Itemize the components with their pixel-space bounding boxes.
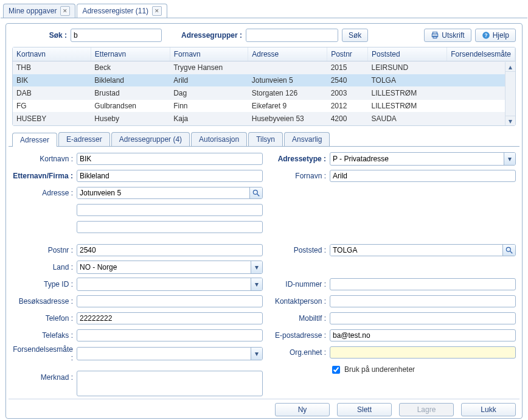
- land-label: Land :: [12, 263, 77, 271]
- adresse1-input[interactable]: [77, 187, 249, 198]
- tab-label: Mine oppgaver: [9, 7, 57, 15]
- adresse1-field[interactable]: [77, 187, 263, 199]
- table-row[interactable]: FG Gulbrandsen Finn Eikefaret 9 2012 LIL…: [13, 100, 515, 113]
- ny-button[interactable]: Ny: [275, 403, 330, 416]
- poststed-field[interactable]: [330, 244, 516, 256]
- main-panel: Søk : Adressegrupper : ▾ Søk Utskrift ? …: [5, 23, 523, 419]
- column-header[interactable]: Forsendelsesmåte: [447, 47, 515, 61]
- typeid-input[interactable]: [77, 279, 251, 290]
- slett-button[interactable]: Slett: [337, 403, 392, 416]
- printer-icon: [431, 31, 439, 40]
- top-tab-mine-oppgaver[interactable]: Mine oppgaver ✕: [3, 4, 75, 18]
- table-row[interactable]: THB Beck Trygve Hansen 2015 LEIRSUND: [13, 61, 515, 74]
- besok-field[interactable]: [77, 295, 263, 307]
- adresstype-input[interactable]: [330, 153, 504, 164]
- column-header[interactable]: Kortnavn: [13, 47, 91, 61]
- tab-tilsyn[interactable]: Tilsyn: [248, 132, 283, 146]
- svg-point-5: [253, 190, 257, 194]
- forsend-select[interactable]: ▾: [77, 347, 263, 360]
- top-tab-adresseregister[interactable]: Adresseregister (11) ✕: [77, 4, 167, 18]
- tab-adresser[interactable]: Adresser: [12, 133, 57, 147]
- kortnavn-field[interactable]: [77, 153, 263, 165]
- chevron-down-icon[interactable]: ▾: [251, 261, 262, 273]
- help-icon: ?: [482, 31, 490, 40]
- etternavn-field[interactable]: [77, 170, 263, 182]
- land-select[interactable]: ▾: [77, 261, 263, 274]
- table-row[interactable]: DAB Brustad Dag Storgaten 126 2003 LILLE…: [13, 87, 515, 100]
- postnr-field[interactable]: [77, 244, 263, 256]
- orgenhet-field[interactable]: [330, 346, 516, 359]
- merknad-label: Merknad :: [12, 371, 77, 382]
- fornavn-field[interactable]: [330, 170, 516, 182]
- forsend-input[interactable]: [77, 348, 251, 359]
- svg-line-6: [257, 194, 260, 197]
- group-select[interactable]: ▾: [246, 29, 338, 42]
- epost-label: E-postadresse :: [265, 331, 330, 340]
- chevron-down-icon[interactable]: ▾: [251, 278, 262, 290]
- scroll-down-icon[interactable]: ▾: [505, 116, 515, 125]
- tab-adressegrupper[interactable]: Adressegrupper (4): [111, 132, 190, 146]
- kontakt-label: Kontaktperson :: [265, 297, 330, 306]
- poststed-input[interactable]: [330, 245, 502, 256]
- telefon-field[interactable]: [77, 312, 263, 324]
- adresse3-field[interactable]: [77, 221, 263, 233]
- form-left-column: Kortnavn : Etternavn/Firma : Adresse :: [12, 152, 263, 396]
- column-header[interactable]: Fornavn: [170, 47, 248, 61]
- app-window: Mine oppgaver ✕ Adresseregister (11) ✕ S…: [0, 0, 528, 420]
- svg-line-8: [510, 251, 513, 254]
- close-icon[interactable]: ✕: [60, 6, 70, 16]
- underenhet-checkbox[interactable]: [332, 366, 340, 374]
- print-button[interactable]: Utskrift: [424, 29, 471, 42]
- lukk-button[interactable]: Lukk: [461, 403, 516, 416]
- detail-tab-bar: Adresser E-adresser Adressegrupper (4) A…: [9, 128, 519, 147]
- column-header[interactable]: Etternavn: [91, 47, 170, 61]
- search-button[interactable]: Søk: [342, 29, 368, 42]
- mobil-label: Mobiltlf :: [265, 314, 330, 323]
- svg-rect-2: [433, 36, 437, 38]
- kontakt-field[interactable]: [330, 295, 516, 307]
- land-input[interactable]: [77, 262, 251, 273]
- search-bar: Søk : Adressegrupper : ▾ Søk Utskrift ? …: [9, 26, 519, 44]
- header-row: Kortnavn Etternavn Fornavn Adresse Postn…: [13, 47, 515, 61]
- column-header[interactable]: Poststed: [367, 47, 446, 61]
- detail-form: Kortnavn : Etternavn/Firma : Adresse :: [9, 147, 519, 399]
- search-input[interactable]: [71, 29, 162, 42]
- top-tab-bar: Mine oppgaver ✕ Adresseregister (11) ✕: [1, 1, 527, 18]
- chevron-down-icon[interactable]: ▾: [504, 153, 515, 165]
- telefon-label: Telefon :: [12, 314, 77, 323]
- help-button[interactable]: ? Hjelp: [475, 29, 516, 42]
- tab-eadresser[interactable]: E-adresser: [58, 132, 110, 146]
- close-icon[interactable]: ✕: [152, 6, 162, 16]
- orgenhet-label: Org.enhet :: [265, 348, 330, 357]
- table-row[interactable]: HUSEBY Huseby Kaja Husebyveien 53 4200 S…: [13, 113, 515, 125]
- form-right-column: Adressetype : ▾ Fornavn : Poststed :: [265, 152, 516, 396]
- table-row[interactable]: BIK Bikleland Arild Jotunveien 5 2540 TO…: [13, 74, 515, 87]
- adresstype-select[interactable]: ▾: [330, 152, 516, 166]
- chevron-down-icon[interactable]: ▾: [251, 348, 262, 360]
- typeid-select[interactable]: ▾: [77, 278, 263, 291]
- scroll-up-icon[interactable]: ▴: [505, 62, 515, 72]
- column-header[interactable]: Postnr: [327, 47, 368, 61]
- epost-field[interactable]: [330, 329, 516, 341]
- telefaks-field[interactable]: [77, 329, 263, 341]
- lagre-button[interactable]: Lagre: [399, 403, 454, 416]
- svg-point-7: [506, 247, 510, 251]
- idnummer-field[interactable]: [330, 278, 516, 290]
- column-header[interactable]: Adresse: [248, 47, 327, 61]
- merknad-field[interactable]: [77, 371, 263, 396]
- mobil-field[interactable]: [330, 312, 516, 324]
- search-icon[interactable]: [249, 187, 262, 198]
- tab-autorisasjon[interactable]: Autorisasjon: [191, 132, 247, 146]
- forsend-label: Forsendelsesmåte :: [12, 345, 77, 362]
- telefaks-label: Telefaks :: [12, 331, 77, 340]
- group-select-input[interactable]: [246, 30, 338, 41]
- tab-ansvarlig[interactable]: Ansvarlig: [284, 132, 330, 146]
- search-icon[interactable]: [502, 245, 515, 256]
- fornavn-label: Fornavn :: [265, 172, 330, 180]
- typeid-label: Type ID :: [12, 280, 77, 289]
- besok-label: Besøksadresse :: [12, 297, 77, 306]
- underenhet-label: Bruk på underenheter: [344, 365, 415, 374]
- results-grid: Kortnavn Etternavn Fornavn Adresse Postn…: [12, 47, 516, 126]
- scrollbar[interactable]: ▴ ▾: [505, 62, 515, 125]
- adresse2-field[interactable]: [77, 204, 263, 216]
